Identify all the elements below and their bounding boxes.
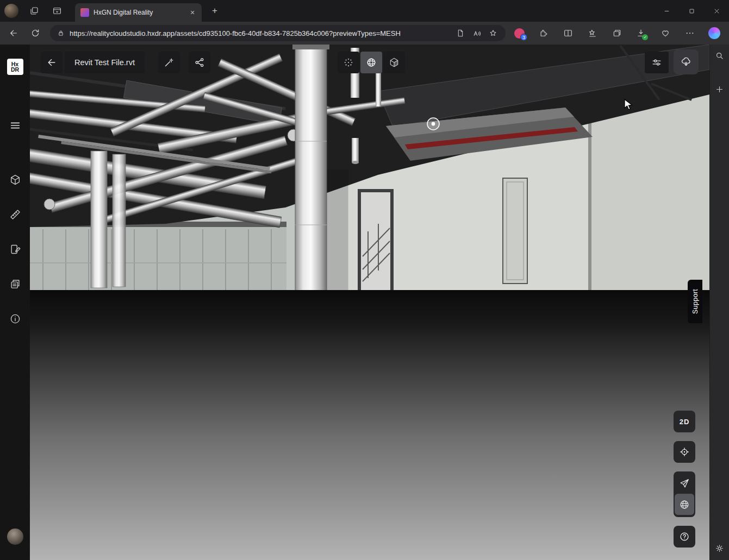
- support-label: Support: [691, 289, 699, 314]
- download-status-dot: ✓: [642, 34, 648, 40]
- render-settings-button[interactable]: [645, 52, 669, 73]
- orbit-mode-button[interactable]: [675, 494, 694, 515]
- sidebar-item-reports[interactable]: [6, 275, 24, 293]
- browser-essentials-button[interactable]: [657, 25, 674, 41]
- new-tab-button[interactable]: +: [207, 3, 222, 18]
- favorites-button[interactable]: [584, 25, 601, 41]
- app-sidebar: Hx DR: [0, 45, 30, 560]
- extension-badge: 3: [520, 34, 527, 41]
- file-title-chip: Revit Test File.rvt: [65, 52, 145, 73]
- collections-button[interactable]: [609, 25, 625, 41]
- copilot-icon: [708, 27, 720, 39]
- globe-icon: [679, 499, 690, 510]
- document-icon: [456, 29, 465, 37]
- annotate-icon: [9, 243, 21, 255]
- window-maximize-button[interactable]: [679, 0, 704, 22]
- split-screen-icon: [563, 28, 573, 38]
- sidebar-search-button[interactable]: [712, 48, 727, 63]
- extensions-button[interactable]: [535, 25, 552, 41]
- copilot-button[interactable]: [706, 25, 722, 41]
- toolbar-extensions-area: 3 ✓: [511, 25, 724, 41]
- sidebar-item-measure[interactable]: [6, 205, 24, 224]
- tab-close-icon[interactable]: ×: [188, 8, 197, 17]
- downloads-button[interactable]: ✓: [633, 25, 649, 41]
- file-title: Revit Test File.rvt: [74, 58, 135, 67]
- rewards-extension-button[interactable]: 3: [511, 25, 527, 41]
- browser-tab[interactable]: HxGN Digital Reality ×: [75, 3, 202, 22]
- bim-model-canvas[interactable]: [30, 45, 709, 560]
- tab-actions-button[interactable]: [50, 4, 64, 18]
- site-lock-icon[interactable]: [57, 29, 65, 37]
- view-2d-button[interactable]: 2D: [674, 411, 695, 432]
- view-mode-textured-button[interactable]: [383, 52, 405, 73]
- paper-plane-icon: [679, 478, 690, 489]
- menu-toggle-button[interactable]: [7, 117, 23, 134]
- locate-button[interactable]: [674, 441, 695, 463]
- fly-mode-button[interactable]: [675, 473, 694, 494]
- heart-icon: [661, 28, 670, 38]
- puzzle-icon: [539, 28, 549, 38]
- logo-line2: DR: [11, 67, 19, 72]
- 3d-viewport[interactable]: Revit Test File.rvt Support 2D: [30, 45, 709, 560]
- hamburger-icon: [9, 119, 21, 131]
- sliders-icon: [651, 57, 662, 68]
- address-bar[interactable]: https://realitycloudstudio.hxdr.app/asse…: [50, 25, 506, 41]
- browser-refresh-button[interactable]: [26, 24, 45, 42]
- user-avatar[interactable]: [7, 528, 23, 545]
- browser-back-button[interactable]: [4, 24, 23, 42]
- back-icon: [9, 28, 18, 38]
- more-icon: [685, 28, 695, 38]
- share-button[interactable]: [189, 52, 210, 73]
- point-cloud-icon: [343, 57, 354, 68]
- workspaces-button[interactable]: [27, 4, 41, 18]
- sidebar-item-annotations[interactable]: [6, 240, 24, 259]
- read-aloud-button[interactable]: [469, 26, 485, 40]
- viewer-back-button[interactable]: [41, 52, 63, 73]
- locate-icon: [679, 446, 690, 457]
- browser-profile-avatar[interactable]: [4, 4, 18, 18]
- download-asset-button[interactable]: [674, 49, 699, 74]
- tab-favicon: [80, 8, 89, 17]
- sidebar-item-info[interactable]: [6, 310, 24, 328]
- sidebar-item-assets[interactable]: [6, 171, 24, 189]
- view-mode-toggle: [338, 52, 405, 73]
- help-button[interactable]: [674, 526, 695, 548]
- layers-icon: [9, 278, 21, 290]
- page-content: Hx DR: [0, 45, 729, 560]
- search-icon: [715, 51, 724, 60]
- close-icon: [713, 7, 721, 15]
- minimize-icon: [663, 7, 671, 15]
- workspaces-icon: [29, 6, 39, 16]
- hxdr-logo[interactable]: Hx DR: [7, 59, 23, 75]
- view-mode-mesh-button[interactable]: [360, 52, 382, 73]
- url-text[interactable]: https://realitycloudstudio.hxdr.app/asse…: [70, 29, 452, 37]
- mesh-icon: [366, 57, 377, 68]
- favorite-star-button[interactable]: [485, 26, 501, 40]
- help-icon: [679, 531, 690, 542]
- textured-cube-icon: [389, 57, 400, 68]
- support-tab[interactable]: Support: [688, 280, 702, 323]
- read-aloud-icon: [472, 29, 482, 38]
- star-icon: [489, 29, 497, 37]
- sidebar-add-button[interactable]: [712, 81, 727, 97]
- page-actions-button[interactable]: [452, 26, 469, 40]
- gear-icon: [715, 544, 724, 553]
- split-screen-button[interactable]: [560, 25, 576, 41]
- more-tools-button[interactable]: [682, 25, 698, 41]
- settings-gear-button[interactable]: [712, 540, 727, 556]
- view-mode-pointcloud-button[interactable]: [338, 52, 359, 73]
- ruler-icon: [9, 209, 21, 221]
- 2d-label: 2D: [680, 418, 690, 426]
- favorites-icon: [588, 28, 597, 38]
- window-close-button[interactable]: [704, 0, 729, 22]
- edge-sidebar: [709, 45, 729, 560]
- hover-point-marker: [427, 118, 439, 130]
- wand-icon: [164, 57, 175, 68]
- share-icon: [194, 57, 205, 68]
- back-icon: [46, 57, 57, 68]
- window-minimize-button[interactable]: [654, 0, 679, 22]
- wand-tool-button[interactable]: [158, 52, 180, 73]
- browser-toolbar: https://realitycloudstudio.hxdr.app/asse…: [0, 22, 729, 45]
- navigation-mode-group: [674, 471, 695, 517]
- cloud-download-icon: [681, 56, 691, 67]
